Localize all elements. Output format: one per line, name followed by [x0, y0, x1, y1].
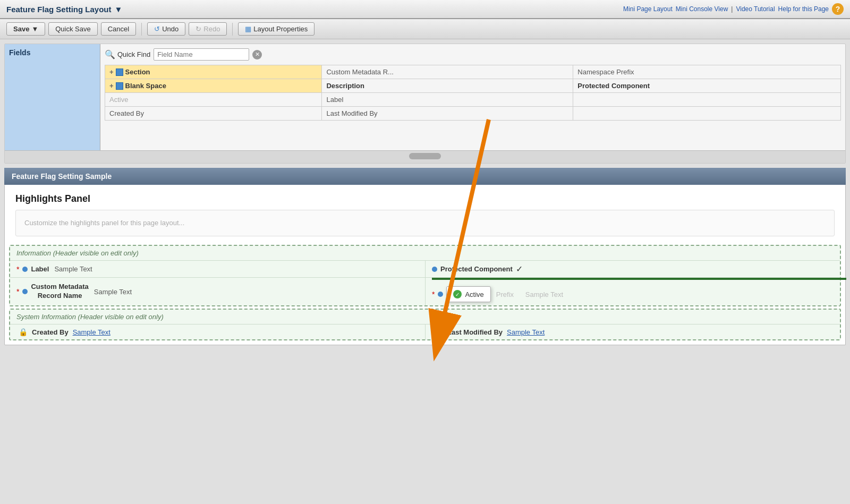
top-links: Mini Page Layout Mini Console View | Vid…: [623, 3, 844, 15]
save-button[interactable]: Save ▼: [6, 22, 45, 36]
field-dot: [438, 292, 443, 297]
list-item[interactable]: Description: [322, 79, 573, 93]
fields-panel-wrapper: Fields 🔍 Quick Find ✕: [4, 44, 846, 164]
divider2: [232, 23, 233, 36]
info-row: * Label Sample Text: [10, 260, 425, 277]
quick-find-label: 🔍 Quick Find: [105, 49, 150, 59]
field-label: Protected Component: [440, 265, 513, 273]
field-label: Created By: [32, 328, 69, 336]
sys-section: System Information (Header visible on ed…: [9, 309, 841, 340]
layout-icon: ▦: [245, 25, 251, 33]
layout-properties-button[interactable]: ▦ Layout Properties: [238, 22, 314, 36]
list-item[interactable]: Protected Component: [573, 79, 841, 93]
field-value: Sample Text: [94, 288, 132, 296]
highlights-box: Customize the highlights panel for this …: [15, 210, 835, 236]
info-row-right-complex: * ✓ Active Prefix Sample Text: [425, 277, 840, 305]
redo-button[interactable]: ↻ Redo: [189, 22, 227, 36]
highlights-panel: Highlights Panel Customize the highlight…: [5, 185, 845, 245]
list-item[interactable]: Last Modified By: [322, 107, 573, 121]
list-item: [573, 107, 841, 121]
info-section-header: Information (Header visible on edit only…: [10, 246, 840, 260]
fields-sidebar: Fields: [5, 44, 100, 150]
field-label: Custom MetadataRecord Name: [31, 283, 88, 301]
mini-console-view-link[interactable]: Mini Console View: [676, 5, 728, 13]
quick-find-bar: 🔍 Quick Find ✕: [105, 48, 841, 61]
field-icon: [116, 82, 123, 90]
dropdown-icon[interactable]: ▼: [115, 5, 123, 14]
required-star: *: [432, 290, 435, 298]
list-item[interactable]: Label: [322, 93, 573, 107]
info-row-right: Protected Component ✓: [425, 260, 840, 277]
help-icon[interactable]: ?: [832, 3, 844, 15]
undo-button[interactable]: ↺ Undo: [147, 22, 185, 36]
undo-icon: ↺: [154, 25, 160, 33]
separator: |: [731, 5, 733, 13]
redo-icon: ↻: [196, 25, 201, 33]
info-grid: * Label Sample Text Protected Component …: [10, 260, 840, 305]
table-row: Active Label: [105, 93, 841, 107]
active-label: Active: [465, 291, 483, 298]
clear-search-button[interactable]: ✕: [252, 50, 262, 59]
list-item[interactable]: + Blank Space: [105, 79, 322, 93]
video-tutorial-link[interactable]: Video Tutorial: [736, 5, 775, 13]
highlights-title: Highlights Panel: [15, 193, 835, 204]
table-row: Created By Last Modified By: [105, 107, 841, 121]
table-row: + Blank Space Description Protected Comp…: [105, 79, 841, 93]
list-item[interactable]: Custom Metadata R...: [322, 65, 573, 79]
active-icon: ✓: [453, 290, 462, 298]
page-title-text: Feature Flag Setting Layout: [6, 5, 112, 14]
list-item[interactable]: Created By: [105, 107, 322, 121]
lock-icon: 🔒: [19, 328, 28, 336]
list-item[interactable]: Namespace Prefix: [573, 65, 841, 79]
inner-row: * ✓ Active Prefix Sample Text: [426, 283, 840, 305]
top-bar: Feature Flag Setting Layout ▼ Mini Page …: [0, 0, 850, 19]
created-by-value[interactable]: Sample Text: [73, 328, 110, 336]
scroll-handle[interactable]: [409, 153, 441, 159]
table-row: + Section Custom Metadata R... Namespace…: [105, 65, 841, 79]
field-value: ✓: [516, 264, 523, 274]
search-icon: 🔍: [105, 49, 115, 59]
fields-content: 🔍 Quick Find ✕ +: [100, 44, 845, 150]
list-item: [573, 93, 841, 107]
save-dropdown-icon: ▼: [31, 25, 38, 33]
cancel-button[interactable]: Cancel: [101, 22, 136, 36]
last-modified-value[interactable]: Sample Text: [507, 328, 545, 336]
field-dot: [22, 289, 28, 294]
info-row: * Custom MetadataRecord Name Sample Text: [10, 277, 425, 305]
required-star: *: [16, 265, 19, 274]
section-header: Feature Flag Setting Sample: [4, 168, 846, 185]
list-item[interactable]: + Section: [105, 65, 322, 79]
sys-grid: 🔒 Created By Sample Text 🔒 Last Modified…: [10, 324, 840, 339]
namespace-placeholder: Prefix Sample Text: [496, 291, 563, 298]
main-area: Highlights Panel Customize the highlight…: [4, 185, 846, 345]
info-section: Information (Header visible on edit only…: [9, 245, 841, 306]
scroll-bar: [5, 150, 845, 163]
divider: [141, 23, 142, 36]
field-dot: [22, 267, 28, 272]
mini-page-layout-link[interactable]: Mini Page Layout: [623, 5, 673, 13]
field-icon: [116, 69, 123, 76]
active-tooltip: ✓ Active: [446, 286, 490, 302]
fields-panel: Fields 🔍 Quick Find ✕: [5, 44, 845, 150]
list-item[interactable]: Active: [105, 93, 322, 107]
drop-line: [432, 278, 846, 280]
quick-find-input[interactable]: [154, 48, 249, 61]
field-dot: [432, 267, 437, 272]
field-value: Sample Text: [54, 265, 92, 273]
sys-row-right: 🔒 Last Modified By Sample Text: [425, 324, 840, 339]
fields-table: + Section Custom Metadata R... Namespace…: [105, 65, 841, 121]
page-title: Feature Flag Setting Layout ▼: [6, 5, 122, 14]
sys-row: 🔒 Created By Sample Text: [10, 324, 425, 339]
help-for-page-link[interactable]: Help for this Page: [778, 5, 829, 13]
fields-label: Fields: [9, 48, 30, 57]
lock-icon: 🔒: [434, 328, 443, 336]
sys-section-header: System Information (Header visible on ed…: [10, 310, 840, 324]
field-label: Last Modified By: [447, 328, 503, 336]
field-label: Label: [31, 265, 49, 273]
toolbar: Save ▼ Quick Save Cancel ↺ Undo ↻ Redo ▦…: [0, 19, 850, 39]
quick-save-button[interactable]: Quick Save: [48, 22, 97, 36]
required-star: *: [16, 287, 19, 296]
